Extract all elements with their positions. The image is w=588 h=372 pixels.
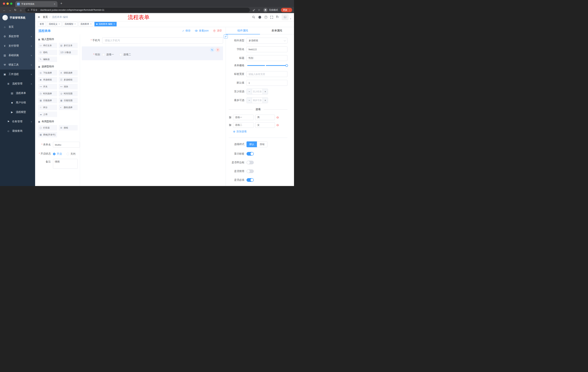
delete-component-button[interactable] [216, 48, 220, 52]
status-radio-off[interactable]: 关闭 [67, 152, 75, 156]
sidebar-item-user-group[interactable]: ☻ 用户分组 [0, 98, 35, 107]
increase-button[interactable]: + [262, 97, 268, 103]
view-json-button[interactable]: 查看json [195, 29, 209, 32]
palette-item-time-range[interactable]: ◶时间范围 [59, 91, 78, 96]
required-switch[interactable] [247, 178, 254, 182]
label-width-input[interactable] [247, 71, 287, 77]
sidebar-item-infrastructure[interactable]: ▥ 基础设施 ∨ [0, 51, 35, 60]
url-bar[interactable]: ⚠ 不安全 dashboard.yudao.iocoder.cn/bpm/man… [25, 8, 250, 12]
font-size-icon[interactable]: TT [276, 15, 279, 19]
palette-item-select[interactable]: ◎下拉选择 [38, 70, 57, 75]
url-text[interactable]: dashboard.yudao.iocoder.cn/bpm/manager/f… [40, 9, 104, 11]
link-button[interactable] [224, 34, 228, 38]
sidebar-item-leave-query[interactable]: ☺ 请假查询 [0, 126, 35, 136]
close-window-button[interactable] [3, 2, 5, 5]
maximize-window-button[interactable] [10, 2, 12, 5]
tag-close-icon[interactable]: × [114, 23, 115, 25]
breadcrumb-home[interactable]: 首页 [43, 15, 48, 19]
tag-close-icon[interactable]: × [59, 23, 60, 25]
style-button-button[interactable]: 按钮 [257, 141, 267, 147]
status-radio-on[interactable]: 开启 [53, 152, 62, 156]
palette-item-textarea[interactable]: ▤多行文本 [59, 43, 78, 48]
user-avatar[interactable] [282, 14, 288, 20]
decrease-button[interactable]: − [247, 89, 252, 94]
sidebar-item-process-management[interactable]: ≣ 流程管理 ∧ [0, 79, 35, 88]
tag-close-icon[interactable]: × [74, 23, 76, 25]
sidebar-item-workflow[interactable]: ▣ 工作流程 ∧ [0, 70, 35, 79]
palette-item-button[interactable]: ⊞按钮 [59, 125, 78, 130]
tag-process-definition[interactable]: 流程定义 × [47, 22, 62, 26]
palette-item-counter[interactable]: 123计数器 [59, 50, 78, 55]
tag-home[interactable]: 首页 [38, 22, 46, 26]
grid-slider[interactable] [247, 65, 287, 66]
sidebar-item-system[interactable]: ⚙ 系统管理 ∨ [0, 32, 35, 41]
tag-close-icon[interactable]: × [90, 23, 92, 25]
form-remark-textarea[interactable]: 嘿嘿 [53, 159, 78, 169]
default-value-input[interactable] [247, 80, 287, 86]
palette-item-color-picker[interactable]: ◐颜色选择 [59, 105, 78, 110]
key-icon[interactable] [252, 8, 256, 12]
minimize-window-button[interactable] [7, 2, 9, 5]
show-label-switch[interactable] [247, 152, 254, 156]
new-tab-button[interactable]: + [59, 1, 64, 6]
palette-item-radio-group[interactable]: ◉单选框组 [38, 77, 57, 83]
drag-handle-icon[interactable] [229, 116, 231, 119]
search-icon[interactable] [252, 15, 255, 19]
palette-item-time-picker[interactable]: ◷时间选择 [38, 91, 57, 96]
phone-field[interactable]: 手机号 [82, 37, 223, 43]
palette-item-checkbox-group[interactable]: ☑多选框组 [59, 77, 78, 83]
avatar-chevron-icon[interactable]: ∨ [290, 18, 291, 20]
security-label[interactable]: 不安全 [31, 9, 38, 12]
title-input[interactable] [247, 55, 287, 61]
gender-checkbox-option1[interactable]: 选项一 [102, 53, 114, 56]
palette-item-upload[interactable]: ☁上传 [38, 112, 57, 117]
sidebar-item-devtools[interactable]: ⚒ 研发工具 ∨ [0, 60, 35, 70]
tag-process-form[interactable]: 流程表单 × [79, 22, 93, 26]
checkbox-icon[interactable] [119, 53, 122, 56]
sidebar-item-home[interactable]: ⌂ 首页 [0, 22, 35, 32]
update-button[interactable]: 更新 ⋮ [281, 8, 292, 12]
tab-component-props[interactable]: 组件属性 [226, 27, 260, 34]
option2-name-input[interactable] [233, 122, 254, 128]
option1-name-input[interactable] [233, 115, 254, 120]
field-name-input[interactable] [247, 46, 287, 52]
gender-checkbox-option2[interactable]: 选项二 [119, 53, 131, 56]
palette-item-cascader[interactable]: ⋔级联选择 [59, 70, 78, 75]
sidebar-item-process-model[interactable]: ▶ 流程模型 [0, 107, 35, 117]
style-default-button[interactable]: 默认 [247, 141, 257, 147]
disabled-switch[interactable] [247, 170, 254, 173]
palette-item-switch[interactable]: ⊶开关 [38, 84, 57, 89]
palette-item-editor[interactable]: ✎编辑器 [38, 57, 57, 62]
palette-item-single-text[interactable]: ▭单行文本 [38, 43, 57, 48]
decrease-button[interactable]: − [247, 97, 252, 103]
sidebar-item-process-form[interactable]: ▤ 流程表单 [0, 88, 35, 98]
tag-process-model[interactable]: 流程模型 × [63, 22, 77, 26]
phone-input[interactable] [102, 37, 223, 43]
component-type-select[interactable]: 多选框组 [247, 38, 287, 43]
tab-form-props[interactable]: 表单属性 [260, 27, 294, 34]
add-option-button[interactable]: ⊕ 添加选项 [233, 130, 287, 133]
min-select-value[interactable]: 至少应选 [252, 89, 262, 94]
increase-button[interactable]: + [262, 89, 268, 94]
option2-value-input[interactable] [255, 122, 275, 128]
palette-item-date-range[interactable]: ▩日期范围 [59, 98, 78, 103]
gender-field[interactable]: 性别 选项一 选项二 [82, 53, 220, 56]
selected-component-gender[interactable]: 性别 选项一 选项二 [82, 46, 223, 60]
forward-icon[interactable]: → [7, 8, 12, 12]
palette-item-date-picker[interactable]: ▦日期选择 [38, 98, 57, 103]
max-select-value[interactable]: 最多可选 [252, 97, 262, 103]
fullscreen-icon[interactable] [270, 16, 273, 19]
remove-option-icon[interactable]: ⊖ [276, 124, 279, 127]
home-icon[interactable]: ⌂ [18, 8, 23, 12]
browser-tab[interactable]: 芋道管理系统 × [15, 1, 57, 7]
checkbox-icon[interactable] [102, 53, 105, 56]
help-icon[interactable]: ? [264, 16, 267, 19]
option1-value-input[interactable] [255, 115, 275, 120]
palette-item-rate[interactable]: ☆评分 [38, 105, 57, 110]
palette-item-row-container[interactable]: ▢行容器 [38, 125, 57, 130]
slider-handle[interactable] [285, 64, 288, 67]
sidebar-item-task-management[interactable]: ⚑ 任务管理 ∨ [0, 117, 35, 126]
remove-option-icon[interactable]: ⊖ [276, 116, 279, 119]
clear-button[interactable]: 清空 [213, 29, 222, 32]
copy-component-button[interactable] [210, 48, 214, 52]
